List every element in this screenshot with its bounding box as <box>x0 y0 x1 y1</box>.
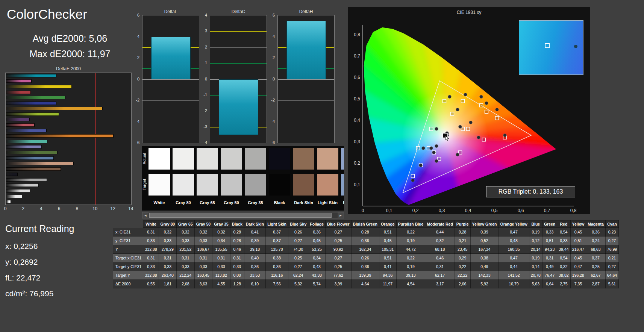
table-cell: 0,28 <box>230 228 244 236</box>
x-tick-label: 0 <box>4 206 7 211</box>
column-header: Foliage <box>308 221 326 228</box>
deltae-x-axis: 02468101214 <box>5 206 136 212</box>
delta-bar <box>219 79 258 135</box>
column-header: Moderate Red <box>425 221 455 228</box>
table-cell: 5,63 <box>529 280 542 288</box>
table-cell: 167,34 <box>470 245 499 254</box>
table-cell: 263,40 <box>159 271 177 280</box>
y-tick-label: 0 <box>205 77 207 81</box>
scrollbar-track[interactable] <box>148 212 338 218</box>
x-tick-label: 4 <box>40 206 42 211</box>
table-cell: 0,51 <box>542 236 557 245</box>
deltac-y-axis: 43210-1-2-3-4 <box>200 15 208 143</box>
target-square <box>411 174 415 178</box>
target-square <box>485 110 488 114</box>
target-square <box>451 112 454 115</box>
table-cell: 0,32 <box>212 228 230 236</box>
column-header: Magenta <box>586 221 606 228</box>
table-cell: 90,92 <box>326 245 352 254</box>
table-row: y: CIE310,330,330,330,330,340,280,390,37… <box>113 236 619 245</box>
table-cell: 6,64 <box>542 280 557 288</box>
table-cell: 0,19 <box>396 262 425 271</box>
y-tick-label: -3 <box>203 124 207 129</box>
delta-bar <box>151 37 191 79</box>
patch-strip-scrollbar[interactable]: ◄ ► <box>142 212 344 218</box>
column-header: Purple <box>455 221 470 228</box>
table-cell: 0,28 <box>455 228 470 236</box>
scroll-right-button[interactable]: ► <box>338 212 344 218</box>
reading-x: x: 0,2256 <box>5 242 74 251</box>
max-de2000-label: Max dE2000: 11,97 <box>0 46 140 62</box>
x-tick-label: 14 <box>128 206 133 211</box>
table-cell: 3,99 <box>326 280 352 288</box>
deltah-y-axis: 6420-2-4-6 <box>268 15 276 143</box>
table-cell: 0,31 <box>143 254 159 262</box>
table-cell: 23,45 <box>455 245 470 254</box>
delta-bar <box>286 21 326 79</box>
measured-dot <box>435 144 438 147</box>
table-cell: 0,36 <box>586 228 606 236</box>
deltae-plot-area <box>5 73 132 205</box>
table-row: x: CIE310,310,320,320,320,320,280,410,37… <box>113 228 619 236</box>
ref-line <box>210 31 267 32</box>
table-cell: 0,41 <box>244 228 265 236</box>
measured-dot <box>480 95 483 98</box>
patch-column: Gray 80 <box>173 148 194 211</box>
measurement-table: WhiteGray 80Gray 65Gray 50Gray 35BlackDa… <box>113 220 619 288</box>
gridline <box>210 47 267 48</box>
y-tick-label: 0,5 <box>354 96 360 102</box>
row-label: x: CIE31 <box>113 228 143 236</box>
table-cell: 0,28 <box>351 228 379 236</box>
inset-target-square-icon <box>545 43 550 48</box>
y-tick-label: 0,6 <box>354 75 360 80</box>
table-cell: 38,82 <box>557 271 570 280</box>
y-tick-label: -6 <box>271 140 275 145</box>
table-cell: 196,28 <box>570 271 586 280</box>
y-tick-label: 0,3 <box>354 139 360 144</box>
table-cell: 76,47 <box>542 271 557 280</box>
table-cell: 0,33 <box>159 236 177 245</box>
deltae-bar <box>6 96 65 99</box>
table-cell: 0,22 <box>396 254 425 262</box>
patch-column: White <box>148 148 170 211</box>
deltae-bar <box>6 85 72 88</box>
x-tick-label: 0,4 <box>465 208 471 213</box>
ref-line <box>142 90 199 90</box>
table-cell: 105,31 <box>379 245 396 254</box>
y-tick-label: -2 <box>271 98 275 102</box>
table-cell: 4,64 <box>351 280 379 288</box>
y-tick-label: 1 <box>205 61 207 65</box>
measured-dot <box>496 108 499 111</box>
target-swatch <box>221 174 242 196</box>
table-cell: 0,33 <box>230 262 244 271</box>
table-cell: 0,31 <box>194 254 212 262</box>
scroll-left-button[interactable]: ◄ <box>142 212 148 218</box>
patch-name: Gray 80 <box>173 200 194 205</box>
deltae-bar <box>6 129 47 132</box>
table-cell: 1,81 <box>159 280 177 288</box>
table-cell: 0,12 <box>529 236 542 245</box>
table-cell: 0,22 <box>455 262 470 271</box>
table-cell: 0,31 <box>143 228 159 236</box>
table-cell: 76,99 <box>605 245 618 254</box>
gridline <box>142 79 199 80</box>
table-cell: 0,39 <box>470 228 499 236</box>
table-cell: 0,54 <box>557 228 570 236</box>
column-header: Yellow <box>570 221 586 228</box>
row-label: Target x:CIE31 <box>113 254 143 262</box>
measured-dot <box>464 93 467 96</box>
table-cell: 0,33 <box>177 262 195 271</box>
table-cell: 2,68 <box>177 280 195 288</box>
ref-line <box>210 63 267 64</box>
table-cell: 0,52 <box>470 236 499 245</box>
table-cell: 0,47 <box>499 228 529 236</box>
table-cell: 0,33 <box>557 236 570 245</box>
table-cell: 0,33 <box>194 262 212 271</box>
deltae-bar <box>6 189 30 193</box>
scrollbar-thumb[interactable] <box>149 213 332 218</box>
table-cell: 0,31 <box>212 254 230 262</box>
table-cell: 135,70 <box>266 245 288 254</box>
summary-stats: Avg dE2000: 5,06 Max dE2000: 11,97 <box>0 31 140 62</box>
deltae-bar <box>6 183 39 187</box>
table-cell: 141,52 <box>499 271 529 280</box>
